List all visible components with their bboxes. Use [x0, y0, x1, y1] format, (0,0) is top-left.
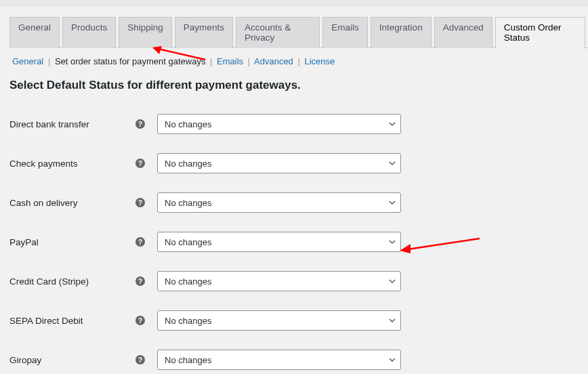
- label-check-payments: Check payments: [9, 159, 135, 169]
- sublink-separator: |: [48, 56, 50, 66]
- page-heading: Select Default Status for different paym…: [9, 79, 588, 92]
- help-icon[interactable]: ?: [135, 237, 145, 247]
- label-cash-on-delivery: Cash on delivery: [9, 198, 135, 208]
- row-cash-on-delivery: Cash on delivery ? No changes: [9, 183, 588, 222]
- sublink-emails[interactable]: Emails: [217, 56, 243, 66]
- label-credit-card-stripe: Credit Card (Stripe): [9, 276, 135, 287]
- label-giropay: Giropay: [9, 355, 135, 365]
- select-value: No changes: [157, 114, 401, 134]
- select-check-payments[interactable]: No changes: [157, 153, 401, 173]
- nav-tabs: General Products Shipping Payments Accou…: [9, 14, 588, 48]
- select-value: No changes: [157, 232, 401, 252]
- help-icon[interactable]: ?: [135, 276, 145, 286]
- sublink-license[interactable]: License: [305, 56, 335, 66]
- help-icon[interactable]: ?: [135, 119, 145, 129]
- help-icon[interactable]: ?: [135, 355, 145, 365]
- select-value: No changes: [157, 271, 401, 291]
- tab-custom-order-status[interactable]: Custom Order Status: [495, 17, 585, 48]
- sublink-general[interactable]: General: [12, 56, 43, 66]
- tab-shipping[interactable]: Shipping: [119, 17, 172, 48]
- sub-links: General | Set order status for payment g…: [12, 56, 588, 66]
- sublink-current: Set order status for payment gateways: [55, 56, 206, 66]
- settings-wrap: General Products Shipping Payments Accou…: [0, 0, 588, 374]
- sublink-separator: |: [297, 56, 299, 66]
- tab-accounts-privacy[interactable]: Accounts & Privacy: [236, 17, 320, 48]
- tab-products[interactable]: Products: [62, 17, 116, 48]
- select-giropay[interactable]: No changes: [157, 350, 401, 370]
- sublink-separator: |: [248, 56, 250, 66]
- label-sepa-direct-debit: SEPA Direct Debit: [9, 316, 135, 326]
- tab-emails[interactable]: Emails: [322, 17, 368, 48]
- select-cash-on-delivery[interactable]: No changes: [157, 192, 401, 213]
- help-icon[interactable]: ?: [135, 159, 145, 168]
- select-value: No changes: [157, 350, 401, 370]
- help-icon[interactable]: ?: [135, 316, 145, 325]
- sublink-separator: |: [210, 56, 212, 66]
- select-credit-card-stripe[interactable]: No changes: [157, 271, 401, 291]
- row-credit-card-stripe: Credit Card (Stripe) ? No changes: [9, 262, 588, 301]
- sublink-advanced[interactable]: Advanced: [254, 56, 293, 66]
- row-check-payments: Check payments ? No changes: [9, 144, 588, 183]
- select-sepa-direct-debit[interactable]: No changes: [157, 310, 401, 331]
- select-value: No changes: [157, 192, 401, 213]
- select-paypal[interactable]: No changes: [157, 232, 401, 252]
- label-paypal: PayPal: [9, 237, 135, 247]
- row-sepa-direct-debit: SEPA Direct Debit ? No changes: [9, 301, 588, 340]
- select-value: No changes: [157, 310, 401, 331]
- row-direct-bank-transfer: Direct bank transfer ? No changes: [9, 104, 588, 144]
- tab-integration[interactable]: Integration: [371, 17, 432, 48]
- tab-general[interactable]: General: [9, 17, 60, 48]
- top-bar: [0, 0, 588, 7]
- gateway-settings-table: Direct bank transfer ? No changes Check …: [9, 104, 588, 374]
- label-direct-bank-transfer: Direct bank transfer: [9, 119, 135, 129]
- select-direct-bank-transfer[interactable]: No changes: [157, 114, 401, 134]
- tab-payments[interactable]: Payments: [175, 17, 233, 48]
- row-paypal: PayPal ? No changes: [9, 222, 588, 262]
- tab-advanced[interactable]: Advanced: [434, 17, 492, 48]
- row-giropay: Giropay ? No changes: [9, 340, 588, 374]
- help-icon[interactable]: ?: [135, 198, 145, 207]
- select-value: No changes: [157, 153, 401, 173]
